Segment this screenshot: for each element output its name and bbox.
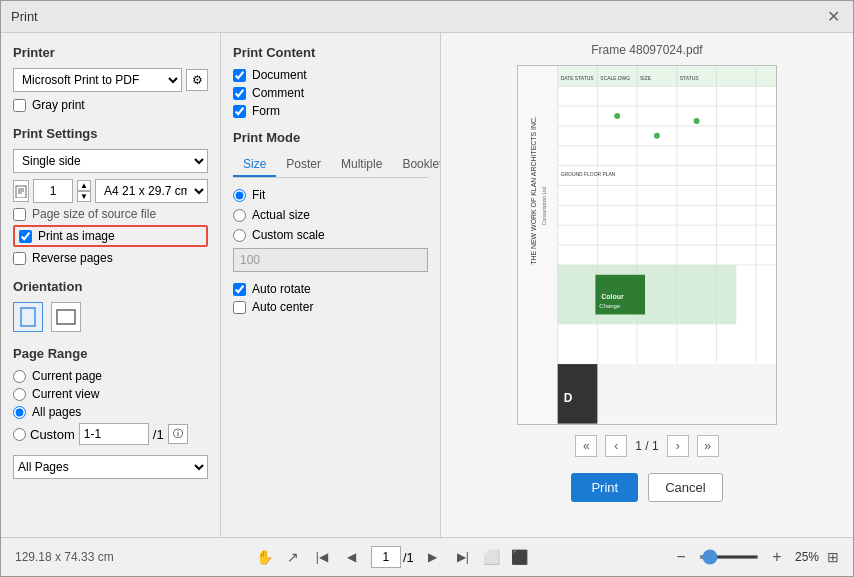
crop-icon[interactable]: ⬜ [482,547,502,567]
auto-rotate-row: Auto rotate [233,282,428,296]
copies-input[interactable] [33,179,73,203]
reverse-pages-checkbox[interactable] [13,252,26,265]
first-page-button[interactable]: « [575,435,597,457]
page-total: /1 [403,550,414,565]
actual-size-row: Actual size [233,208,428,222]
svg-rect-0 [16,186,26,198]
orientation-row [13,302,208,332]
scale-input[interactable] [233,248,428,272]
auto-rotate-checkbox[interactable] [233,283,246,296]
zoom-out-button[interactable]: − [671,547,691,567]
form-label: Form [252,104,280,118]
last-nav-button[interactable]: ▶| [452,546,474,568]
next-page-button[interactable]: › [667,435,689,457]
reverse-pages-label: Reverse pages [32,251,113,265]
left-panel: Printer Microsoft Print to PDF Adobe PDF… [1,33,221,537]
page-number-input[interactable] [371,546,401,568]
svg-rect-4 [21,308,35,326]
svg-rect-28 [558,265,737,325]
svg-point-42 [694,118,700,124]
dialog-body: Printer Microsoft Print to PDF Adobe PDF… [1,33,853,537]
auto-rotate-label: Auto rotate [252,282,311,296]
custom-range-input[interactable] [79,423,149,445]
copies-down-button[interactable]: ▼ [77,191,91,202]
zoom-in-button[interactable]: + [767,547,787,567]
document-checkbox[interactable] [233,69,246,82]
last-page-button[interactable]: » [697,435,719,457]
fit-radio[interactable] [233,189,246,202]
custom-scale-radio[interactable] [233,229,246,242]
actual-size-radio[interactable] [233,209,246,222]
actual-size-label: Actual size [252,208,310,222]
reverse-pages-row: Reverse pages [13,251,208,265]
all-pages-label: All pages [32,405,81,419]
next-nav-button[interactable]: ▶ [422,546,444,568]
tab-size[interactable]: Size [233,153,276,177]
print-button[interactable]: Print [571,473,638,502]
current-view-row: Current view [13,387,208,401]
svg-rect-5 [57,310,75,324]
custom-row: Custom /1 ⓘ [13,423,208,445]
paper-select[interactable]: A4 21 x 29.7 cm Letter [95,179,208,203]
tab-poster[interactable]: Poster [276,153,331,177]
comment-label: Comment [252,86,304,100]
document-label: Document [252,68,307,82]
print-as-image-checkbox[interactable] [19,230,32,243]
copies-up-button[interactable]: ▲ [77,180,91,191]
custom-radio[interactable] [13,428,26,441]
bottom-tools: ✋ ↗ |◀ ◀ /1 ▶ ▶| ⬜ ⬛ [255,546,530,568]
grid-view-icon[interactable]: ⊞ [827,549,839,565]
custom-scale-row: Custom scale [233,228,428,242]
form-checkbox[interactable] [233,105,246,118]
spin-buttons: ▲ ▼ [77,180,91,202]
source-file-row: Page size of source file [13,207,208,221]
page-range-label: Page Range [13,346,208,361]
side-setting-row: Single side Both sides - Long edge Both … [13,149,208,173]
printer-row: Microsoft Print to PDF Adobe PDF ⚙ [13,68,208,92]
comment-checkbox[interactable] [233,87,246,100]
printer-select[interactable]: Microsoft Print to PDF Adobe PDF [13,68,182,92]
all-pages-radio[interactable] [13,406,26,419]
svg-point-41 [654,133,660,139]
auto-center-label: Auto center [252,300,313,314]
side-select[interactable]: Single side Both sides - Long edge Both … [13,149,208,173]
gray-print-checkbox[interactable] [13,99,26,112]
pointer-tool-icon[interactable]: ↗ [283,547,303,567]
action-buttons: Print Cancel [571,473,722,502]
print-dialog: Print ✕ Printer Microsoft Print to PDF A… [0,0,854,577]
source-file-checkbox[interactable] [13,208,26,221]
zoom-slider[interactable] [699,555,759,559]
custom-info-button[interactable]: ⓘ [168,424,188,444]
svg-text:THE NEW WORK OF KLAN ARCHITECT: THE NEW WORK OF KLAN ARCHITECTS INC. [530,116,537,265]
landscape-button[interactable] [51,302,81,332]
first-nav-button[interactable]: |◀ [311,546,333,568]
close-button[interactable]: ✕ [823,7,843,27]
prev-nav-button[interactable]: ◀ [341,546,363,568]
page-number-display: /1 [371,546,414,568]
middle-panel: Print Content Document Comment Form Prin… [221,33,441,537]
dialog-title: Print [11,9,38,24]
tab-multiple[interactable]: Multiple [331,153,392,177]
svg-point-40 [614,113,620,119]
current-page-radio[interactable] [13,370,26,383]
preview-frame: THE NEW WORK OF KLAN ARCHITECTS INC. Con… [517,65,777,425]
all-pages-select[interactable]: All Pages Odd Pages Even Pages [13,455,208,479]
printer-settings-button[interactable]: ⚙ [186,69,208,91]
hand-tool-icon[interactable]: ✋ [255,547,275,567]
portrait-button[interactable] [13,302,43,332]
gray-print-row: Gray print [13,98,208,112]
form-row: Form [233,104,428,118]
current-page-row: Current page [13,369,208,383]
title-bar: Print ✕ [1,1,853,33]
tab-booklet[interactable]: Booklet [392,153,441,177]
status-bar: 129.18 x 74.33 cm ✋ ↗ |◀ ◀ /1 ▶ ▶| ⬜ ⬛ −… [1,537,853,576]
prev-page-button[interactable]: ‹ [605,435,627,457]
printer-section-label: Printer [13,45,208,60]
auto-center-checkbox[interactable] [233,301,246,314]
print-as-image-row: Print as image [13,225,208,247]
current-view-radio[interactable] [13,388,26,401]
svg-text:Change: Change [599,304,620,310]
cancel-button[interactable]: Cancel [648,473,722,502]
zoom-area-icon[interactable]: ⬛ [510,547,530,567]
svg-text:STATUS: STATUS [680,76,699,81]
